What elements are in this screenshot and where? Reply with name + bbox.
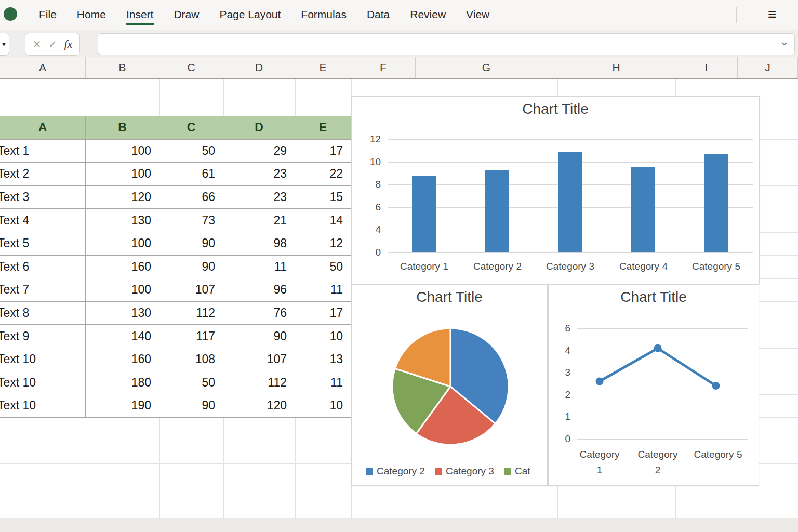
table-cell[interactable]: 73 <box>159 209 223 232</box>
bar-series-bar[interactable] <box>485 170 509 252</box>
table-cell[interactable]: 61 <box>159 163 223 186</box>
cancel-icon[interactable]: ✕ <box>33 38 42 50</box>
app-logo-green-dot[interactable] <box>4 7 17 21</box>
table-cell[interactable]: 100 <box>86 163 159 186</box>
table-cell[interactable]: 90 <box>223 325 295 348</box>
table-cell[interactable]: Text 3 <box>0 186 86 209</box>
column-header-d[interactable]: D <box>223 57 295 78</box>
column-header-a[interactable]: A <box>0 57 86 78</box>
table-cell[interactable]: 90 <box>159 256 223 279</box>
menu-item-file[interactable]: File <box>38 4 57 25</box>
table-cell[interactable]: 140 <box>86 325 159 348</box>
line-chart[interactable]: Chart Title 643210Category1Category2Cate… <box>548 284 759 486</box>
table-cell[interactable]: 29 <box>223 140 295 163</box>
column-header-f[interactable]: F <box>351 57 416 78</box>
line-data-point[interactable] <box>654 344 662 352</box>
table-cell[interactable]: 12 <box>295 232 351 256</box>
table-cell[interactable]: 66 <box>159 186 223 209</box>
bar-chart[interactable]: Chart Title 12108640Category 1Category 2… <box>351 96 760 284</box>
line-data-point[interactable] <box>712 382 720 390</box>
table-cell[interactable]: 50 <box>159 371 223 395</box>
column-header-b[interactable]: B <box>86 57 159 78</box>
table-cell[interactable]: Text 10 <box>0 371 86 395</box>
bar-series-bar[interactable] <box>704 154 728 252</box>
formula-input[interactable]: ⌄ <box>98 33 795 55</box>
formula-expand-chevron-icon[interactable]: ⌄ <box>780 35 789 48</box>
table-header-cell[interactable]: A <box>0 116 86 140</box>
table-cell[interactable]: 23 <box>223 163 295 186</box>
menu-item-draw[interactable]: Draw <box>173 4 200 25</box>
menu-item-page-layout[interactable]: Page Layout <box>219 4 281 25</box>
table-cell[interactable]: 120 <box>86 186 159 209</box>
table-cell[interactable]: 108 <box>159 348 223 371</box>
table-cell[interactable]: 13 <box>295 348 351 371</box>
menu-item-view[interactable]: View <box>466 4 490 25</box>
table-cell[interactable]: Text 10 <box>0 348 86 371</box>
table-header-cell[interactable]: E <box>295 116 351 140</box>
table-cell[interactable]: 15 <box>295 186 351 209</box>
bar-series-bar[interactable] <box>631 167 655 252</box>
table-cell[interactable]: 50 <box>295 256 351 279</box>
column-header-i[interactable]: I <box>675 57 738 78</box>
menu-item-review[interactable]: Review <box>409 4 446 25</box>
table-cell[interactable]: 23 <box>223 186 295 209</box>
table-cell[interactable]: 17 <box>295 140 351 163</box>
table-cell[interactable]: Text 9 <box>0 325 86 348</box>
insert-function-icon[interactable]: fx <box>64 37 72 51</box>
table-cell[interactable]: 160 <box>86 348 159 371</box>
table-cell[interactable]: 96 <box>223 278 295 302</box>
table-cell[interactable]: 14 <box>295 209 351 232</box>
table-header-cell[interactable]: D <box>223 116 295 140</box>
menu-item-formulas[interactable]: Formulas <box>300 4 347 25</box>
table-cell[interactable]: Text 1 <box>0 140 86 163</box>
table-cell[interactable]: Text 10 <box>0 394 86 418</box>
table-cell[interactable]: Text 7 <box>0 278 86 302</box>
table-cell[interactable]: 50 <box>159 140 223 163</box>
pie-chart[interactable]: Chart Title Category 2Category 3Cat <box>351 284 548 486</box>
table-cell[interactable]: 90 <box>159 232 223 256</box>
table-cell[interactable]: 21 <box>223 209 295 232</box>
table-cell[interactable]: 180 <box>86 371 159 395</box>
table-cell[interactable]: 11 <box>295 278 351 302</box>
menu-item-data[interactable]: Data <box>366 4 390 25</box>
enter-icon[interactable]: ✓ <box>48 38 57 50</box>
table-cell[interactable]: 11 <box>295 371 351 395</box>
table-cell[interactable]: 117 <box>159 325 223 348</box>
table-header-cell[interactable]: C <box>159 116 223 140</box>
table-cell[interactable]: 90 <box>159 394 223 418</box>
column-header-j[interactable]: J <box>738 57 798 78</box>
table-cell[interactable]: 112 <box>159 302 223 325</box>
table-cell[interactable]: 22 <box>295 163 351 186</box>
table-cell[interactable]: 76 <box>223 302 295 325</box>
table-cell[interactable]: 17 <box>295 302 351 325</box>
name-box[interactable]: ▼ <box>0 33 9 56</box>
table-cell[interactable]: Text 6 <box>0 256 86 279</box>
table-cell[interactable]: Text 5 <box>0 232 86 256</box>
bar-series-bar[interactable] <box>412 176 436 252</box>
menu-item-home[interactable]: Home <box>76 4 107 25</box>
table-cell[interactable]: 160 <box>86 256 159 279</box>
table-cell[interactable]: 107 <box>223 348 295 371</box>
table-cell[interactable]: 100 <box>86 140 159 163</box>
table-cell[interactable]: 10 <box>295 325 351 348</box>
bar-series-bar[interactable] <box>558 152 582 252</box>
table-cell[interactable]: 120 <box>223 394 295 418</box>
table-header-cell[interactable]: B <box>86 116 159 140</box>
line-series[interactable] <box>600 348 716 385</box>
column-header-h[interactable]: H <box>557 57 675 78</box>
table-cell[interactable]: 100 <box>86 278 159 302</box>
line-data-point[interactable] <box>596 378 604 385</box>
table-cell[interactable]: 130 <box>86 302 159 325</box>
table-cell[interactable]: 107 <box>159 278 223 302</box>
name-box-dropdown-icon[interactable]: ▼ <box>1 41 7 47</box>
menu-item-insert[interactable]: Insert <box>126 4 154 25</box>
column-header-e[interactable]: E <box>295 57 351 78</box>
table-cell[interactable]: 10 <box>295 394 351 418</box>
table-cell[interactable]: 112 <box>223 371 295 395</box>
table-cell[interactable]: 190 <box>86 394 159 418</box>
table-cell[interactable]: 130 <box>86 209 159 232</box>
table-cell[interactable]: Text 2 <box>0 163 86 186</box>
sheet-grid[interactable]: ABCDEText 1100502917Text 2100612322Text … <box>0 79 798 532</box>
column-header-c[interactable]: C <box>159 57 223 78</box>
column-header-g[interactable]: G <box>416 57 557 78</box>
